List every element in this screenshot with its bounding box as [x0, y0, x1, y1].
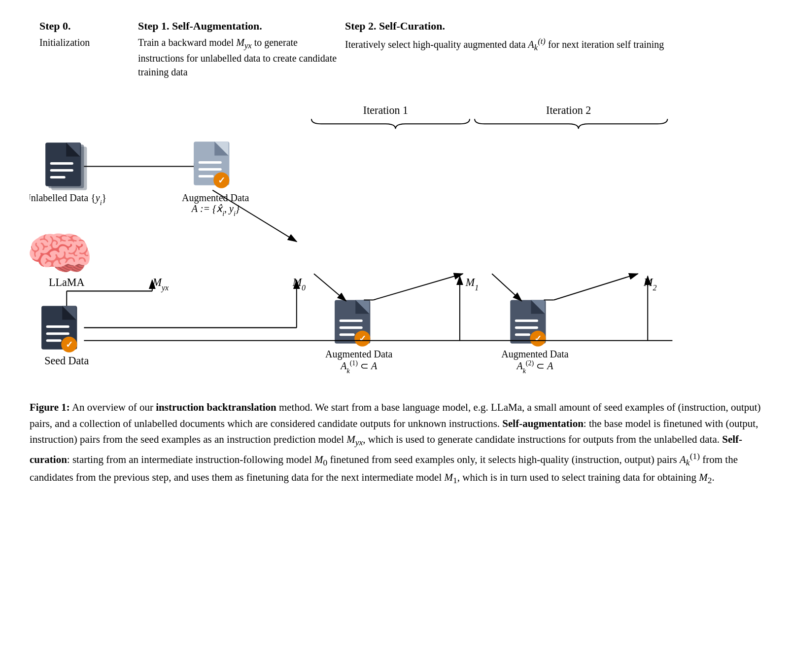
myx-label: Myx	[152, 277, 169, 292]
m0-to-aug1-arrow	[314, 274, 346, 301]
unlabelled-doc-icon	[45, 143, 87, 190]
figure-caption: Figure 1: An overview of our instruction…	[30, 399, 761, 487]
step1-title-num: Step 1.	[138, 20, 170, 32]
diagram-svg: Iteration 1 Iteration 2 Unla	[30, 89, 761, 385]
diagram-area: Iteration 1 Iteration 2 Unla	[30, 89, 761, 385]
aug2-label: Augmented Data	[501, 349, 568, 360]
step1-desc: Train a backward model Myx to generate i…	[138, 35, 345, 79]
seed-label: Seed Data	[44, 354, 89, 367]
steps-header: Step 0. Initialization Step 1. Self-Augm…	[30, 20, 761, 79]
aug-top-to-m0-arrow	[212, 190, 297, 242]
step0-block: Step 0. Initialization	[39, 20, 138, 79]
step1-title: Step 1. Self-Augmentation.	[138, 20, 345, 33]
step2-title-suffix: Self-Curation.	[377, 20, 445, 32]
step2-title: Step 2. Self-Curation.	[345, 20, 752, 33]
step0-title: Step 0.	[39, 20, 138, 33]
iteration1-brace	[311, 119, 470, 129]
caption-figure-num: Figure 1:	[30, 401, 70, 413]
figure-container: Step 0. Initialization Step 1. Self-Augm…	[30, 20, 761, 487]
m1-to-aug2-arrow	[492, 274, 521, 301]
aug1-to-m1-arrow	[373, 274, 463, 300]
seed-doc-icon: ✓	[41, 306, 77, 353]
step1-block: Step 1. Self-Augmentation. Train a backw…	[138, 20, 345, 79]
step0-desc: Initialization	[39, 35, 138, 49]
svg-text:🧠: 🧠	[30, 228, 82, 281]
unlabelled-label: Unlabelled Data {yi}	[30, 192, 106, 207]
m2-label: M2	[643, 277, 656, 292]
m1-label: M1	[465, 277, 479, 292]
iteration2-label: Iteration 2	[546, 104, 591, 116]
aug2-to-m2-arrow	[554, 274, 638, 300]
aug1-doc-icon: ✓	[335, 300, 370, 347]
aug2-formula: Ak(2) ⊂ A	[516, 359, 553, 375]
step0-title-text: Step 0.	[39, 20, 71, 32]
svg-text:✓: ✓	[359, 334, 366, 344]
aug1-label: Augmented Data	[325, 349, 392, 360]
caption-text1: An overview of our instruction backtrans…	[30, 401, 761, 483]
svg-text:✓: ✓	[534, 334, 542, 344]
step2-desc: Iteratively select high-quality augmente…	[345, 35, 752, 53]
m0-label: M0	[292, 277, 306, 292]
step2-block: Step 2. Self-Curation. Iteratively selec…	[345, 20, 752, 79]
aug-top-label: Augmented Data	[182, 192, 249, 204]
step1-title-suffix: Self-Augmentation.	[170, 20, 262, 32]
aug-top-doc-icon: ✓	[194, 142, 229, 188]
iteration1-label: Iteration 1	[363, 104, 408, 116]
aug-top-formula: A := {x̂i, yi}	[191, 203, 240, 217]
step2-title-num: Step 2.	[345, 20, 377, 32]
aug2-doc-icon: ✓	[510, 300, 546, 347]
svg-text:✓: ✓	[218, 176, 225, 185]
m2-brain-icon: 🧠	[30, 228, 82, 281]
aug1-formula: Ak(1) ⊂ A	[340, 359, 378, 375]
svg-text:✓: ✓	[66, 340, 73, 350]
iteration2-brace	[475, 119, 667, 129]
